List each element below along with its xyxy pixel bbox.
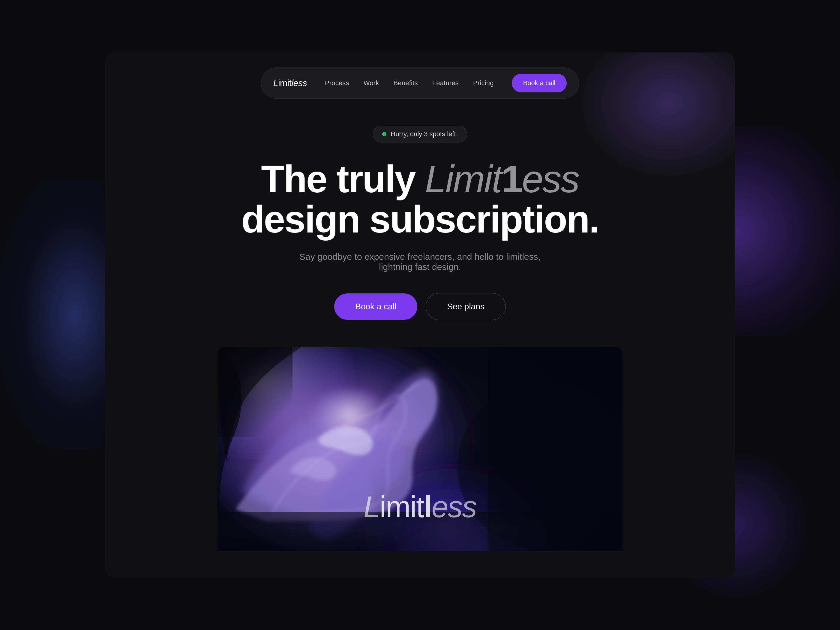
logo[interactable]: Limitless: [273, 78, 307, 88]
navbar: Limitless Process Work Benefits Features…: [105, 52, 735, 108]
preview-container: Limitless: [218, 347, 622, 551]
preview-logo-italic: L: [363, 490, 380, 524]
nav-item-features[interactable]: Features: [432, 79, 459, 87]
hero-section: Hurry, only 3 spots left. The truly Limi…: [105, 108, 735, 344]
brand-italic-l: L: [425, 158, 445, 201]
navbar-inner: Limitless Process Work Benefits Features…: [261, 68, 579, 99]
nav-link-pricing[interactable]: Pricing: [473, 79, 494, 87]
headline-brand: Limit1ess: [425, 158, 579, 201]
book-call-button[interactable]: Book a call: [334, 294, 417, 320]
see-plans-button[interactable]: See plans: [426, 293, 506, 320]
brand-imit: imit: [445, 158, 501, 201]
urgency-badge: Hurry, only 3 spots left.: [373, 126, 467, 142]
cta-buttons: Book a call See plans: [334, 293, 506, 320]
hero-headline: The truly Limit1ess design subscription.: [241, 159, 599, 240]
main-card: Limitless Process Work Benefits Features…: [105, 52, 735, 578]
preview-logo-bold: l: [424, 490, 432, 524]
logo-serif-part: imit: [278, 78, 292, 88]
logo-italic-part: L: [273, 78, 278, 88]
nav-item-pricing[interactable]: Pricing: [473, 79, 494, 87]
brand-less: ess: [522, 158, 579, 201]
nav-book-call-button[interactable]: Book a call: [512, 74, 567, 92]
nav-link-process[interactable]: Process: [325, 79, 349, 87]
nav-links: Process Work Benefits Features Pricing: [325, 79, 494, 87]
headline-prefix: The truly: [261, 158, 425, 201]
badge-dot: [382, 132, 387, 136]
nav-item-work[interactable]: Work: [363, 79, 379, 87]
preview-logo: Limitless: [363, 489, 477, 524]
hero-subheadline: Say goodbye to expensive freelancers, an…: [285, 252, 555, 272]
logo-light-part: less: [292, 78, 307, 88]
nav-link-work[interactable]: Work: [363, 79, 379, 87]
nav-item-process[interactable]: Process: [325, 79, 349, 87]
badge-text: Hurry, only 3 spots left.: [391, 130, 458, 138]
nav-link-benefits[interactable]: Benefits: [393, 79, 418, 87]
nav-link-features[interactable]: Features: [432, 79, 459, 87]
preview-logo-less: ess: [432, 490, 477, 524]
headline-suffix: design subscription.: [241, 198, 599, 241]
brand-bold: 1: [501, 158, 522, 201]
preview-logo-imit: imit: [379, 490, 424, 524]
nav-item-benefits[interactable]: Benefits: [393, 79, 418, 87]
